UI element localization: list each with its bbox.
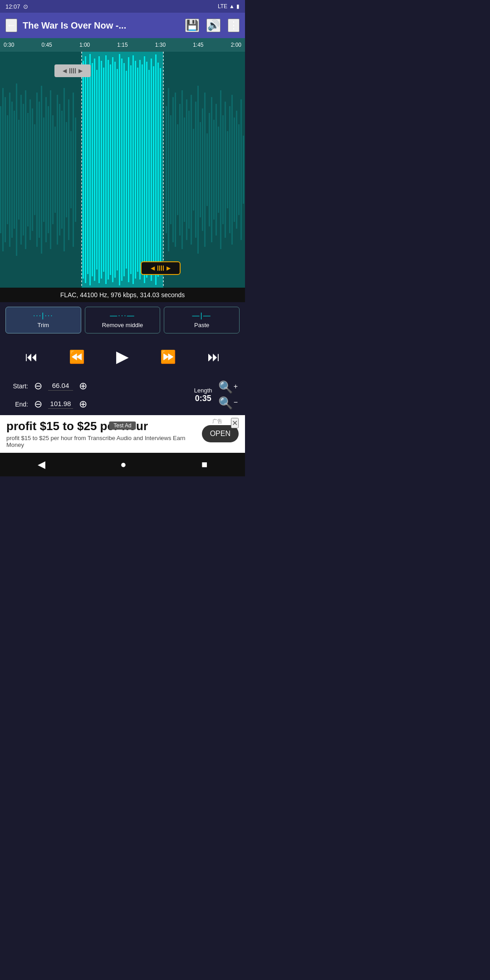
svg-rect-6	[11, 102, 13, 238]
app-header: ← The War Is Over Now -... 💾 🔊 ⋮	[0, 13, 245, 38]
svg-rect-103	[238, 124, 240, 215]
remove-middle-button[interactable]: —···— Remove middle	[85, 307, 161, 333]
ruler-mark: 1:15	[117, 42, 127, 48]
ruler-marks: 0:30 0:45 1:00 1:15 1:30 1:45 2:00	[4, 42, 241, 48]
ad-close-button[interactable]: ✕	[231, 418, 239, 428]
svg-rect-60	[137, 68, 138, 272]
svg-rect-18	[39, 102, 40, 238]
handle-left-arrow-gold: ◀	[151, 265, 155, 271]
svg-rect-61	[139, 60, 141, 279]
more-button[interactable]: ⋮	[228, 19, 240, 32]
trim-mode-button[interactable]: ···|··· Trim	[5, 307, 81, 333]
svg-rect-19	[41, 86, 42, 254]
paste-label: Paste	[194, 322, 209, 328]
svg-rect-24	[52, 115, 54, 224]
start-value: 66.04	[48, 382, 73, 391]
ad-text: profit $15 to $25 per hour profit $15 to…	[6, 420, 197, 448]
nav-back-button[interactable]: ◀	[27, 455, 56, 474]
nav-home-button[interactable]: ●	[109, 455, 137, 474]
svg-rect-102	[236, 111, 237, 229]
play-button[interactable]: ▶	[113, 343, 132, 370]
svg-rect-104	[240, 99, 242, 240]
svg-rect-8	[16, 83, 17, 256]
zoom-in-button[interactable]: 🔍 +	[218, 380, 238, 394]
svg-rect-47	[108, 60, 109, 279]
handle-left-arrow: ◀	[63, 68, 67, 74]
end-plus-button[interactable]: ⊕	[76, 397, 90, 412]
end-row: End: ⊖ 101.98 ⊕	[7, 397, 188, 412]
svg-rect-28	[61, 111, 63, 229]
ruler-mark: 1:00	[79, 42, 90, 48]
svg-rect-66	[151, 59, 152, 281]
svg-rect-51	[117, 69, 118, 270]
zoom-in-icon: 🔍	[218, 380, 233, 394]
svg-rect-58	[132, 55, 134, 284]
svg-rect-34	[75, 118, 76, 222]
end-label: End:	[7, 401, 28, 408]
skip-end-button[interactable]: ⏭	[204, 346, 224, 368]
svg-rect-29	[64, 88, 65, 251]
nav-recent-button[interactable]: ■	[191, 455, 218, 474]
ad-banner: 广告 ✕ Test Ad profit $15 to $25 per hour …	[0, 415, 245, 453]
ad-tag: 广告	[212, 418, 222, 425]
status-icon: ⊙	[23, 3, 28, 10]
svg-rect-62	[142, 64, 143, 275]
zoom-controls: 🔍 + 🔍 −	[218, 380, 238, 410]
svg-rect-42	[96, 70, 98, 270]
length-label: Length	[194, 387, 212, 394]
start-minus-button[interactable]: ⊖	[31, 379, 45, 393]
ad-title: profit $15 to $25 per hour	[6, 420, 197, 433]
rewind-button[interactable]: ⏪	[65, 346, 88, 368]
ruler-mark: 2:00	[231, 42, 241, 48]
svg-rect-20	[43, 118, 44, 222]
svg-rect-76	[177, 124, 178, 215]
back-button[interactable]: ←	[5, 19, 17, 32]
remove-middle-label: Remove middle	[102, 322, 143, 328]
svg-rect-27	[59, 104, 60, 235]
svg-rect-56	[128, 57, 129, 282]
svg-rect-2	[2, 88, 4, 251]
svg-rect-13	[27, 113, 29, 226]
zoom-in-plus: +	[234, 382, 238, 391]
svg-rect-78	[181, 90, 183, 249]
handle-right-arrow-gold: ▶	[167, 265, 171, 271]
skip-start-icon: ⏮	[25, 350, 38, 364]
start-plus-button[interactable]: ⊕	[76, 379, 90, 393]
signal-icon: ▲	[229, 3, 235, 10]
more-icon: ⋮	[229, 20, 239, 31]
svg-rect-46	[105, 55, 107, 284]
svg-rect-65	[148, 70, 150, 270]
volume-button[interactable]: 🔊	[206, 19, 220, 32]
svg-rect-3	[5, 97, 6, 242]
svg-rect-4	[7, 115, 8, 224]
end-handle[interactable]: ◀ ▶	[141, 261, 181, 275]
svg-rect-98	[227, 131, 228, 208]
svg-rect-80	[186, 99, 187, 240]
svg-rect-41	[94, 59, 95, 281]
skip-start-button[interactable]: ⏮	[21, 346, 41, 368]
bottom-nav: ◀ ● ■	[0, 453, 245, 476]
svg-rect-25	[54, 127, 56, 213]
svg-rect-84	[195, 102, 196, 238]
ruler-mark: 0:30	[4, 42, 14, 48]
battery-icon: ▮	[236, 3, 240, 10]
fast-forward-button[interactable]: ⏩	[157, 346, 180, 368]
waveform-container[interactable]: ◀ ▶ ◀ ▶	[0, 52, 245, 288]
svg-rect-81	[188, 111, 190, 229]
handle-lines	[69, 68, 76, 74]
svg-rect-1	[0, 106, 1, 233]
end-minus-button[interactable]: ⊖	[31, 397, 45, 412]
waveform-svg	[0, 52, 245, 288]
svg-rect-9	[18, 120, 20, 220]
paste-button[interactable]: —|— Paste	[164, 307, 240, 333]
svg-rect-11	[23, 104, 24, 235]
zoom-out-button[interactable]: 🔍 −	[218, 396, 238, 410]
save-button[interactable]: 💾	[185, 19, 199, 32]
svg-rect-86	[200, 122, 201, 217]
trim-icon: ···|···	[33, 312, 54, 320]
svg-rect-44	[101, 61, 102, 279]
start-handle[interactable]: ◀ ▶	[54, 64, 91, 77]
svg-rect-12	[25, 90, 26, 249]
time-group: Start: ⊖ 66.04 ⊕ End: ⊖ 101.98 ⊕	[7, 379, 188, 412]
svg-rect-39	[89, 54, 91, 285]
